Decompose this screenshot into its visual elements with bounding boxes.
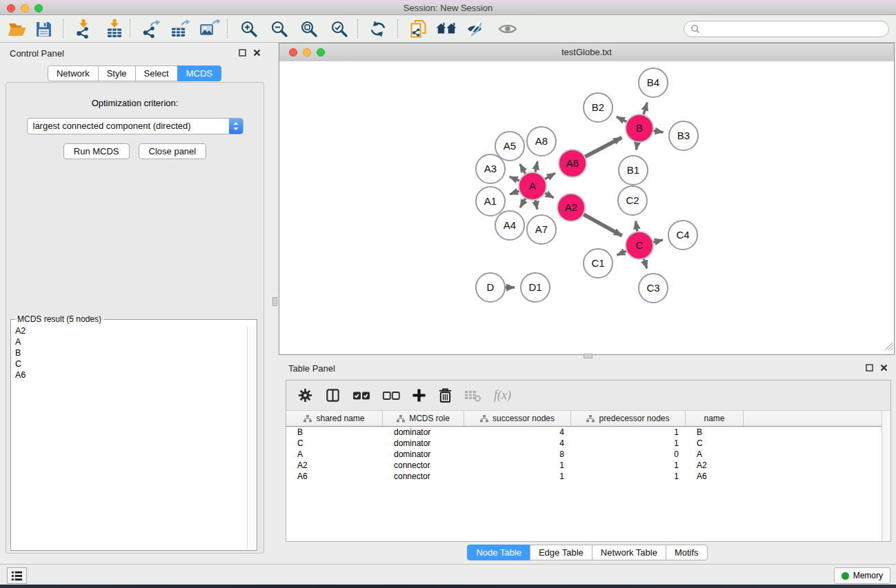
node-B2[interactable]: B2 bbox=[584, 93, 613, 122]
run-mcds-button[interactable]: Run MCDS bbox=[63, 143, 130, 159]
tab-mcds[interactable]: MCDS bbox=[177, 65, 221, 81]
horizontal-splitter-handle[interactable] bbox=[584, 354, 593, 358]
tab-node-table[interactable]: Node Table bbox=[467, 545, 530, 560]
svg-text:B: B bbox=[636, 122, 643, 134]
duplicate-network-button[interactable] bbox=[407, 17, 430, 41]
node-B[interactable]: B bbox=[626, 114, 653, 142]
node-C2[interactable]: C2 bbox=[618, 186, 647, 215]
column-header-shared-name[interactable]: shared name bbox=[286, 411, 383, 426]
search-field[interactable] bbox=[684, 21, 889, 37]
node-A4[interactable]: A4 bbox=[495, 211, 524, 240]
table-row[interactable]: A6connector11A6 bbox=[286, 471, 890, 482]
memory-status-icon bbox=[842, 572, 849, 580]
save-session-button[interactable] bbox=[32, 17, 55, 41]
open-session-button[interactable] bbox=[6, 17, 29, 41]
svg-text:B2: B2 bbox=[592, 101, 604, 113]
node-A[interactable]: A bbox=[519, 172, 546, 200]
node-D1[interactable]: D1 bbox=[521, 273, 550, 302]
zoom-fit-button[interactable] bbox=[297, 17, 321, 41]
node-A6[interactable]: A6 bbox=[559, 150, 586, 177]
node-table-box: f(x) shared nameMCDS rolesuccessor nodes… bbox=[286, 380, 891, 542]
criterion-dropdown[interactable]: largest connected component (directed) bbox=[27, 118, 243, 134]
node-C4[interactable]: C4 bbox=[668, 221, 697, 250]
svg-text:A5: A5 bbox=[504, 140, 516, 152]
node-A1[interactable]: A1 bbox=[476, 187, 505, 216]
tab-edge-table[interactable]: Edge Table bbox=[530, 545, 593, 560]
column-header-MCDS-role[interactable]: MCDS role bbox=[383, 411, 464, 426]
import-table-button[interactable] bbox=[103, 17, 126, 41]
node-C3[interactable]: C3 bbox=[639, 274, 668, 303]
column-header-successor-nodes[interactable]: successor nodes bbox=[464, 411, 571, 426]
vertical-splitter-handle[interactable] bbox=[272, 297, 277, 306]
node-C1[interactable]: C1 bbox=[584, 249, 613, 278]
node-A2[interactable]: A2 bbox=[557, 194, 585, 221]
memory-button[interactable]: Memory bbox=[834, 567, 890, 584]
export-network-button[interactable] bbox=[139, 17, 163, 41]
close-window-icon[interactable] bbox=[7, 4, 15, 12]
tab-motifs[interactable]: Motifs bbox=[666, 545, 708, 560]
node-B3[interactable]: B3 bbox=[669, 121, 698, 150]
zoom-in-button[interactable] bbox=[237, 17, 261, 41]
column-visibility-icon[interactable] bbox=[325, 387, 341, 403]
table-row[interactable]: Cdominator41C bbox=[286, 438, 890, 449]
node-C[interactable]: C bbox=[626, 232, 653, 259]
node-D[interactable]: D bbox=[476, 273, 505, 302]
result-scrollbar[interactable] bbox=[247, 327, 255, 549]
close-panel-icon[interactable] bbox=[253, 49, 261, 57]
close-view-icon[interactable] bbox=[289, 48, 297, 57]
import-network-button[interactable] bbox=[72, 17, 95, 41]
table-row[interactable]: Bdominator41B bbox=[286, 427, 890, 438]
zoom-selected-button[interactable] bbox=[328, 17, 351, 41]
table-row[interactable]: A2connector11A2 bbox=[286, 460, 890, 471]
deselect-all-rows-icon[interactable] bbox=[382, 390, 400, 401]
tab-select[interactable]: Select bbox=[135, 65, 178, 81]
table-settings-gear-icon[interactable] bbox=[297, 387, 313, 403]
node-B1[interactable]: B1 bbox=[619, 156, 648, 185]
table-scrollbar[interactable] bbox=[882, 411, 890, 541]
table-cell: 1 bbox=[571, 438, 686, 449]
mcds-result-item[interactable]: B bbox=[12, 347, 255, 358]
minimize-view-icon[interactable] bbox=[303, 48, 311, 57]
column-header-predecessor-nodes[interactable]: predecessor nodes bbox=[571, 411, 686, 426]
column-header-name[interactable]: name bbox=[686, 411, 744, 426]
tab-network[interactable]: Network bbox=[48, 65, 99, 81]
search-input[interactable] bbox=[704, 23, 888, 35]
mcds-result-item[interactable]: A2 bbox=[12, 325, 255, 336]
close-panel-icon[interactable] bbox=[880, 364, 888, 372]
hide-graphics-details-icon[interactable] bbox=[465, 17, 488, 41]
mcds-result-item[interactable]: A bbox=[12, 336, 255, 347]
refresh-view-button[interactable] bbox=[366, 17, 390, 41]
tab-style[interactable]: Style bbox=[98, 65, 136, 81]
delete-columns-icon[interactable] bbox=[438, 387, 452, 403]
zoom-out-button[interactable] bbox=[268, 17, 291, 41]
add-column-icon[interactable] bbox=[412, 388, 426, 403]
table-row[interactable]: Adominator80A bbox=[286, 449, 890, 460]
node-A7[interactable]: A7 bbox=[527, 215, 556, 244]
zoom-view-icon[interactable] bbox=[317, 48, 325, 57]
select-all-rows-icon[interactable] bbox=[352, 390, 370, 401]
network-canvas[interactable]: B4B2BB3A8A5A6A3B1AA1C2A2A4A7C4CC1C3DD1 bbox=[279, 61, 894, 354]
node-A8[interactable]: A8 bbox=[527, 127, 556, 156]
mcds-result-item[interactable]: C bbox=[12, 358, 255, 369]
close-panel-button[interactable]: Close panel bbox=[139, 143, 207, 159]
export-table-button[interactable] bbox=[168, 17, 192, 41]
node-A3[interactable]: A3 bbox=[476, 154, 505, 183]
mcds-result-item[interactable]: A6 bbox=[12, 369, 255, 381]
network-window-titlebar[interactable]: testGlobe.txt bbox=[279, 43, 894, 62]
float-panel-icon[interactable] bbox=[866, 364, 873, 372]
node-A5[interactable]: A5 bbox=[495, 132, 524, 161]
network-graph[interactable]: B4B2BB3A8A5A6A3B1AA1C2A2A4A7C4CC1C3DD1 bbox=[279, 61, 894, 354]
network-view-window: testGlobe.txt B4B2BB3A8A5A6A3B1AA1C2A2A4… bbox=[279, 43, 895, 355]
show-graphics-details-icon[interactable] bbox=[496, 17, 519, 41]
export-image-button[interactable] bbox=[198, 17, 221, 41]
float-panel-icon[interactable] bbox=[239, 49, 246, 57]
function-builder-icon: f(x) bbox=[494, 388, 511, 403]
network-home-button[interactable] bbox=[435, 17, 458, 41]
tab-network-table[interactable]: Network Table bbox=[592, 545, 666, 560]
resize-grip-icon[interactable] bbox=[884, 341, 893, 354]
node-B4[interactable]: B4 bbox=[639, 68, 668, 97]
task-history-button[interactable] bbox=[7, 567, 27, 584]
zoom-window-icon[interactable] bbox=[34, 4, 43, 12]
table-toolbar: f(x) bbox=[286, 381, 890, 411]
minimize-window-icon[interactable] bbox=[21, 4, 29, 12]
